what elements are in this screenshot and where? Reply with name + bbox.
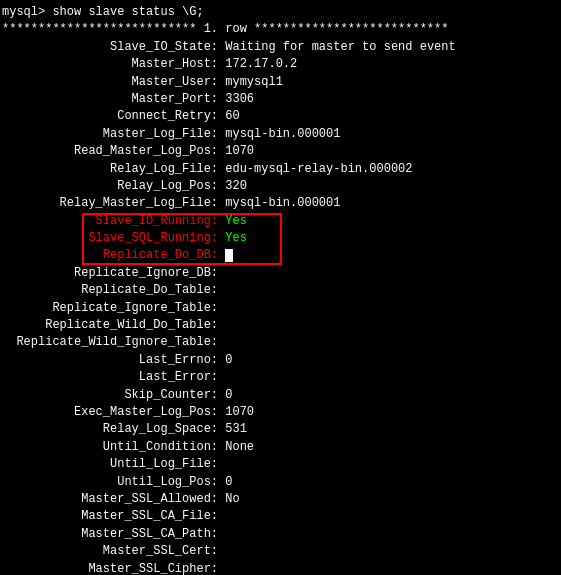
- row-label: Replicate_Ignore_DB:: [2, 266, 218, 280]
- row-label: Master_SSL_CA_Path:: [2, 527, 218, 541]
- table-row: Replicate_Do_Table:: [2, 282, 559, 299]
- table-row: Replicate_Wild_Ignore_Table:: [2, 334, 559, 351]
- row-value: mysql-bin.000001: [218, 196, 340, 210]
- row-value: mymysql1: [218, 75, 283, 89]
- table-row: Relay_Master_Log_File: mysql-bin.000001: [2, 195, 559, 212]
- row-label: Relay_Log_Pos:: [2, 179, 218, 193]
- separator-line: *************************** 1. row *****…: [2, 21, 559, 38]
- table-row: Master_SSL_CA_File:: [2, 508, 559, 525]
- table-row: Last_Error:: [2, 369, 559, 386]
- row-value: [218, 248, 233, 262]
- table-row: Master_SSL_CA_Path:: [2, 526, 559, 543]
- row-value: 320: [218, 179, 247, 193]
- row-value: 60: [218, 109, 240, 123]
- table-row: Exec_Master_Log_Pos: 1070: [2, 404, 559, 421]
- row-label: Master_SSL_Cipher:: [2, 562, 218, 576]
- row-label: Exec_Master_Log_Pos:: [2, 405, 218, 419]
- row-label: Slave_IO_Running:: [2, 214, 218, 228]
- row-label: Connect_Retry:: [2, 109, 218, 123]
- row-label: Last_Error:: [2, 370, 218, 384]
- table-row: Master_Host: 172.17.0.2: [2, 56, 559, 73]
- table-row: Master_Port: 3306: [2, 91, 559, 108]
- table-row: Master_User: mymysql1: [2, 74, 559, 91]
- cursor: [225, 249, 233, 262]
- row-value: Yes: [218, 231, 247, 245]
- row-label: Master_Log_File:: [2, 127, 218, 141]
- table-row: Until_Condition: None: [2, 439, 559, 456]
- row-value: edu-mysql-relay-bin.000002: [218, 162, 412, 176]
- table-row: Master_SSL_Cert:: [2, 543, 559, 560]
- table-row: Read_Master_Log_Pos: 1070: [2, 143, 559, 160]
- table-row: Until_Log_File:: [2, 456, 559, 473]
- table-row: Master_SSL_Cipher:: [2, 561, 559, 576]
- table-row: Slave_SQL_Running: Yes: [2, 230, 559, 247]
- row-label: Master_User:: [2, 75, 218, 89]
- row-label: Master_SSL_CA_File:: [2, 509, 218, 523]
- row-label: Until_Log_File:: [2, 457, 218, 471]
- row-value: 0: [218, 388, 232, 402]
- table-row: Until_Log_Pos: 0: [2, 474, 559, 491]
- table-row: Replicate_Ignore_DB:: [2, 265, 559, 282]
- row-label: Until_Condition:: [2, 440, 218, 454]
- table-row: Relay_Log_Pos: 320: [2, 178, 559, 195]
- row-label: Master_Port:: [2, 92, 218, 106]
- row-label: Replicate_Wild_Do_Table:: [2, 318, 218, 332]
- row-label: Relay_Log_Space:: [2, 422, 218, 436]
- prompt-line: mysql> show slave status \G;: [2, 4, 559, 21]
- row-value: mysql-bin.000001: [218, 127, 340, 141]
- table-row: Relay_Log_Space: 531: [2, 421, 559, 438]
- row-label: Replicate_Do_Table:: [2, 283, 218, 297]
- row-value: No: [218, 492, 240, 506]
- table-row: Last_Errno: 0: [2, 352, 559, 369]
- row-label: Read_Master_Log_Pos:: [2, 144, 218, 158]
- row-label: Master_Host:: [2, 57, 218, 71]
- row-value: Yes: [218, 214, 247, 228]
- row-label: Master_SSL_Allowed:: [2, 492, 218, 506]
- table-row: Relay_Log_File: edu-mysql-relay-bin.0000…: [2, 161, 559, 178]
- row-value: 0: [218, 353, 232, 367]
- row-label: Replicate_Wild_Ignore_Table:: [2, 335, 218, 349]
- row-value: 3306: [218, 92, 254, 106]
- row-label: Master_SSL_Cert:: [2, 544, 218, 558]
- table-row: Skip_Counter: 0: [2, 387, 559, 404]
- row-label: Slave_IO_State:: [2, 40, 218, 54]
- row-label: Slave_SQL_Running:: [2, 231, 218, 245]
- table-row: Slave_IO_Running: Yes: [2, 213, 559, 230]
- row-label: Until_Log_Pos:: [2, 475, 218, 489]
- row-value: 172.17.0.2: [218, 57, 297, 71]
- row-value: 531: [218, 422, 247, 436]
- row-value: 1070: [218, 405, 254, 419]
- table-row: Master_Log_File: mysql-bin.000001: [2, 126, 559, 143]
- row-label: Last_Errno:: [2, 353, 218, 367]
- row-value: Waiting for master to send event: [218, 40, 456, 54]
- terminal: mysql> show slave status \G;************…: [0, 0, 561, 575]
- row-value: 1070: [218, 144, 254, 158]
- row-value: 0: [218, 475, 232, 489]
- table-row: Replicate_Do_DB:: [2, 247, 559, 264]
- row-label: Skip_Counter:: [2, 388, 218, 402]
- table-row: Replicate_Ignore_Table:: [2, 300, 559, 317]
- table-row: Slave_IO_State: Waiting for master to se…: [2, 39, 559, 56]
- row-label: Relay_Master_Log_File:: [2, 196, 218, 210]
- row-label: Replicate_Ignore_Table:: [2, 301, 218, 315]
- row-value: None: [218, 440, 254, 454]
- row-label: Replicate_Do_DB:: [2, 248, 218, 262]
- table-row: Replicate_Wild_Do_Table:: [2, 317, 559, 334]
- row-label: Relay_Log_File:: [2, 162, 218, 176]
- table-row: Connect_Retry: 60: [2, 108, 559, 125]
- table-row: Master_SSL_Allowed: No: [2, 491, 559, 508]
